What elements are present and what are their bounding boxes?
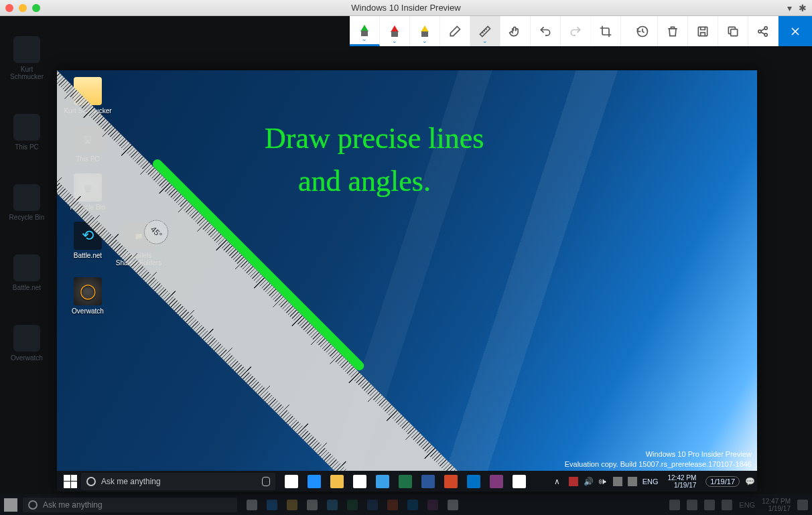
cortana-icon (86, 477, 96, 486)
svg-rect-1 (731, 29, 738, 35)
taskbar-app-file-explorer[interactable] (330, 475, 344, 488)
host-taskbar-app-onenote[interactable] (427, 500, 438, 510)
chevron-down-icon: ⌄ (422, 38, 427, 44)
crop-button[interactable] (591, 16, 621, 46)
host-icon[interactable]: Overwatch (7, 325, 47, 362)
svg-rect-0 (698, 27, 707, 35)
tray-parallels-icon[interactable] (569, 477, 578, 486)
host-tray-icon[interactable] (687, 500, 697, 510)
taskbar-app-edge[interactable] (308, 475, 321, 488)
host-icon[interactable]: Battle.net (7, 254, 47, 291)
taskbar-app-store[interactable] (353, 475, 366, 488)
tray-volume-icon[interactable]: 🔊 (584, 477, 593, 486)
host-taskbar-app-task-view[interactable] (247, 500, 257, 510)
taskbar-app-word[interactable] (421, 475, 435, 488)
tray-date-pill[interactable]: 1/19/17 (705, 476, 740, 487)
tray-network-icon[interactable]: 🕪 (598, 477, 608, 486)
host-taskbar-app-file-explorer[interactable] (287, 500, 297, 510)
tray-onedrive-icon[interactable] (613, 477, 622, 486)
taskbar-app-onenote[interactable] (490, 475, 503, 488)
pen-green-button[interactable]: ⌄ (350, 16, 380, 46)
action-center-icon[interactable]: 💬 (745, 477, 754, 486)
host-taskbar: Ask me anything ENG 12:47 PM1/19/17 (0, 494, 812, 515)
host-taskbar-app-powerpoint[interactable] (387, 500, 398, 510)
tray-chevron-up-icon[interactable]: ∧ (554, 477, 563, 486)
tray-language[interactable]: ENG (642, 477, 659, 486)
host-cortana-search[interactable]: Ask me anything (23, 498, 237, 512)
eraser-button[interactable] (440, 16, 470, 46)
host-icon[interactable]: Kurt Schmucker (7, 36, 47, 80)
share-button[interactable] (748, 16, 779, 46)
host-taskbar-app-outlook[interactable] (407, 500, 418, 510)
vm-taskbar: Ask me anything ∧ 🔊 🕪 ENG 12:42 PM1/19/1… (57, 471, 757, 492)
host-tray-icon[interactable] (704, 500, 715, 510)
taskbar-app-ie[interactable] (376, 475, 389, 488)
ink-handwriting: Draw precise lines and angles. (265, 117, 484, 203)
cortana-icon (28, 500, 38, 510)
host-desktop: Kurt Schmucker This PC Recycle Bin Battl… (0, 16, 812, 515)
chevron-down-icon: ⌄ (392, 38, 397, 44)
taskbar-app-people[interactable] (513, 475, 526, 488)
system-tray: ∧ 🔊 🕪 ENG 12:42 PM1/19/17 1/19/17 💬 (554, 474, 754, 489)
mac-titlebar: Windows 10 Insider Preview ▾ ✱ (0, 0, 812, 16)
chevron-down-icon: ⌄ (482, 38, 488, 44)
screen-sketch-canvas[interactable]: Kurt Schmucker 🖥️This PC 🗑️Recycle Bin ⟲… (57, 70, 757, 492)
host-tray-icon[interactable] (669, 500, 680, 510)
taskbar-app-task-view[interactable] (285, 475, 298, 488)
highlighter-button[interactable]: ⌄ (410, 16, 440, 46)
cortana-search[interactable]: Ask me anything (81, 473, 275, 490)
close-sketch-button[interactable] (779, 16, 812, 46)
chevron-down-icon: ⌄ (362, 35, 367, 42)
redo-button[interactable] (561, 16, 591, 46)
taskbar-app-powerpoint[interactable] (444, 475, 458, 488)
host-taskbar-app-excel[interactable] (347, 500, 358, 510)
host-taskbar-app-ie[interactable] (327, 500, 338, 510)
host-icon[interactable]: Recycle Bin (7, 184, 47, 221)
touch-writing-button[interactable] (500, 16, 531, 46)
desktop-icon[interactable]: ◯Overwatch (64, 277, 112, 315)
window-title: Windows 10 Insider Preview (0, 3, 812, 13)
ruler-button[interactable]: ⌄ (470, 16, 500, 46)
microphone-icon[interactable] (262, 477, 270, 486)
tray-defender-icon[interactable] (628, 477, 637, 486)
host-icon[interactable]: This PC (7, 114, 47, 151)
delete-button[interactable] (658, 16, 688, 46)
taskbar-clock[interactable]: 12:42 PM1/19/17 (667, 474, 696, 489)
start-button[interactable] (64, 475, 77, 488)
host-taskbar-app-word[interactable] (367, 500, 378, 510)
host-taskbar-app-people[interactable] (448, 500, 458, 510)
pen-red-button[interactable]: ⌄ (380, 16, 410, 46)
windows-watermark: Windows 10 Pro Insider Preview Evaluatio… (565, 449, 752, 469)
taskbar-apps (285, 475, 526, 488)
history-button[interactable] (628, 16, 658, 46)
sketch-toolbar: ⌄ ⌄ ⌄ ⌄ (350, 16, 812, 46)
host-tray-icon[interactable] (722, 500, 732, 510)
save-button[interactable] (688, 16, 718, 46)
copy-button[interactable] (718, 16, 748, 46)
taskbar-app-excel[interactable] (399, 475, 412, 488)
undo-button[interactable] (531, 16, 561, 46)
host-desktop-icons: Kurt Schmucker This PC Recycle Bin Battl… (0, 36, 54, 362)
host-action-center-icon[interactable] (797, 500, 808, 510)
taskbar-app-outlook[interactable] (467, 475, 480, 488)
host-taskbar-app-store[interactable] (307, 500, 318, 510)
host-taskbar-app-edge[interactable] (267, 500, 277, 510)
host-start-button[interactable] (4, 498, 17, 512)
ruler-angle-indicator: 45° (139, 215, 174, 249)
cortana-placeholder: Ask me anything (101, 477, 161, 486)
host-taskbar-clock[interactable]: 12:47 PM1/19/17 (762, 498, 791, 512)
